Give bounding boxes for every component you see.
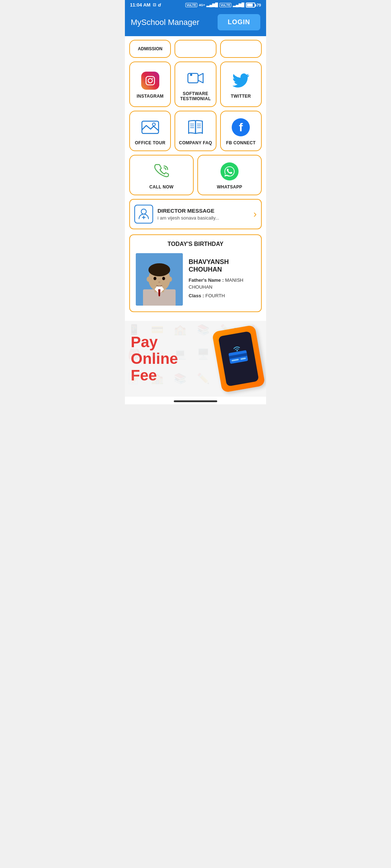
birthday-section-title: TODAY'S BIRTHDAY <box>136 241 255 247</box>
birthday-student-info: BHAVYANSH CHOUHAN Father's Name : MANISH… <box>189 258 255 301</box>
class-detail: Class : FOURTH <box>189 292 255 299</box>
svg-point-22 <box>162 277 165 280</box>
instagram-button[interactable]: INSTAGRAM <box>129 61 171 107</box>
whatsapp-icon-container <box>220 162 239 181</box>
battery-percent: 79 <box>257 3 261 7</box>
camera-icon-container <box>186 69 205 88</box>
twitter-icon <box>232 73 249 88</box>
svg-point-2 <box>152 78 153 79</box>
phone-screen <box>218 331 259 387</box>
director-avatar <box>134 205 153 224</box>
svg-point-13 <box>141 209 146 214</box>
battery-indicator <box>246 3 255 8</box>
director-message-card[interactable]: DIRECTOR MESSAGE i am vijesh sonava basi… <box>129 199 262 229</box>
book-icon-container <box>186 118 205 137</box>
grid-row-3: CALL NOW WHATSAPP <box>129 155 262 195</box>
app-header: MySchool Manager LOGIN <box>125 10 266 36</box>
whatsapp-icon <box>220 162 239 180</box>
svg-point-24 <box>147 277 150 282</box>
office-tour-button[interactable]: OFFICE TOUR <box>129 111 171 151</box>
svg-point-20 <box>148 263 170 276</box>
company-faq-label: COMPANY FAQ <box>179 140 212 145</box>
svg-point-25 <box>168 277 172 282</box>
grid-row-1: INSTAGRAM SOFTWARE TESTIMONIAL TWITTER <box>129 61 262 107</box>
call-now-button[interactable]: CALL NOW <box>129 155 194 195</box>
svg-rect-0 <box>146 76 154 85</box>
phone-graphic <box>212 325 265 393</box>
twitter-label: TWITTER <box>231 94 251 99</box>
director-message-title: DIRECTOR MESSAGE <box>157 208 249 214</box>
pay-text-block: Pay Online Fee <box>131 334 196 384</box>
company-faq-button[interactable]: COMPANY FAQ <box>175 111 216 151</box>
svg-point-23 <box>158 281 160 283</box>
video-camera-icon <box>187 71 204 85</box>
facebook-icon: f <box>232 118 250 136</box>
phone-icon <box>153 163 170 180</box>
call-now-label: CALL NOW <box>150 184 174 190</box>
instagram-icon-container <box>141 71 160 90</box>
phone-icon-container <box>152 162 171 181</box>
volte-icon-2: VoLTE <box>219 3 231 7</box>
birthday-content: BHAVYANSH CHOUHAN Father's Name : MANISH… <box>136 253 255 306</box>
image-landscape-icon <box>141 120 159 135</box>
svg-point-1 <box>148 78 152 83</box>
student-name: BHAVYANSH CHOUHAN <box>189 258 255 274</box>
director-text-block: DIRECTOR MESSAGE i am vijesh sonava basi… <box>157 208 249 221</box>
pay-online-banner[interactable]: 📱💳🏫📚✏️📝 🎒📖💻🖥️📱💳 📝🏫📚✏️🎒📖 Pay Online Fee <box>125 321 266 397</box>
twitter-icon-container <box>231 71 250 90</box>
d-icon: d <box>158 2 161 8</box>
software-testimonial-label: SOFTWARE TESTIMONIAL <box>180 91 211 101</box>
software-testimonial-button[interactable]: SOFTWARE TESTIMONIAL <box>175 61 216 107</box>
svg-point-4 <box>190 74 192 76</box>
volte-icon: VoLTE <box>185 3 197 7</box>
main-content: ADMISSION INSTAGRAM <box>125 36 266 321</box>
birthday-card: TODAY'S BIRTHDAY <box>129 234 262 312</box>
pay-line1: Pay <box>131 334 196 350</box>
svg-point-6 <box>152 123 155 126</box>
top-item-2[interactable] <box>175 40 216 58</box>
book-icon <box>187 120 204 135</box>
twitter-button[interactable]: TWITTER <box>220 61 262 107</box>
admission-button[interactable]: ADMISSION <box>129 40 171 58</box>
father-name-detail: Father's Name : MANISH CHOUHAN <box>189 277 255 291</box>
fb-connect-button[interactable]: f FB CONNECT <box>220 111 262 151</box>
director-message-preview: i am vijesh sonava basically... <box>157 215 249 221</box>
svg-point-32 <box>236 350 238 352</box>
pay-line2: Online Fee <box>131 350 196 384</box>
office-tour-label: OFFICE TOUR <box>135 140 165 145</box>
instagram-label: INSTAGRAM <box>136 94 163 99</box>
top-row: ADMISSION <box>129 40 262 58</box>
grid-row-2: OFFICE TOUR COMPANY FAQ f <box>129 111 262 151</box>
svg-rect-3 <box>188 73 198 83</box>
home-bar <box>174 400 217 402</box>
sim-icon: ⊡ <box>153 3 156 7</box>
time: 11:04 AM <box>130 2 151 8</box>
top-item-3[interactable] <box>220 40 262 58</box>
login-button[interactable]: LOGIN <box>218 14 260 30</box>
app-title: MySchool Manager <box>131 18 199 27</box>
pay-phone-graphic-area <box>196 328 260 390</box>
signal-bars-1: ▂▄▆█ <box>206 3 218 7</box>
svg-point-21 <box>154 277 156 280</box>
whatsapp-button[interactable]: WHATSAPP <box>197 155 262 195</box>
admission-label: ADMISSION <box>138 46 163 51</box>
fb-connect-label: FB CONNECT <box>226 140 256 145</box>
status-bar: 11:04 AM ⊡ d VoLTE 4G+ ▂▄▆█ VoLTE ▂▄▆█ 7… <box>125 0 266 10</box>
image-icon-container <box>141 118 160 137</box>
instagram-icon <box>141 72 159 90</box>
home-indicator <box>125 397 266 404</box>
director-arrow-icon: › <box>253 208 257 220</box>
signal-bars-2: ▂▄▆█ <box>233 3 244 7</box>
whatsapp-label: WHATSAPP <box>217 184 242 190</box>
facebook-icon-container: f <box>231 118 250 137</box>
network-4g: 4G+ <box>199 3 205 7</box>
student-photo <box>136 253 183 306</box>
